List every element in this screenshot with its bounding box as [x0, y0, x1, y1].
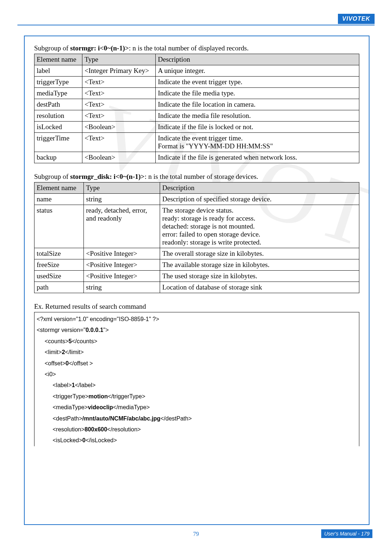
cell-name: isLocked: [34, 122, 82, 133]
cell-name: mediaType: [34, 88, 82, 99]
xml-line: <isLocked>0</isLocked>: [37, 435, 357, 446]
cell-desc: Indicate the file media type.: [156, 88, 359, 99]
table-row: backup<Boolean>Indicate if the file is g…: [34, 152, 359, 163]
cell-desc: Indicate the media file resolution.: [156, 110, 359, 122]
cell-name: usedSize: [34, 271, 84, 282]
table-row: label<Integer Primary Key>A unique integ…: [34, 65, 359, 77]
cell-name: status: [34, 205, 84, 248]
xml-value: 0: [82, 437, 86, 443]
xml-value: motion: [89, 393, 108, 399]
cell-name: resolution: [34, 110, 82, 122]
cell-type: string: [84, 194, 160, 205]
cell-type: <Positive Integer>: [84, 259, 160, 271]
cell-desc: The available storage size in kilobytes.: [160, 259, 359, 271]
xml-line: <offset>0</offset >: [37, 358, 357, 369]
caption-bold: stormgr_disk: i<0~(n-1)>: [70, 173, 144, 180]
caption-suffix: : n is the total number of storage devic…: [144, 173, 258, 180]
cell-desc: Description of specified storage device.: [160, 194, 359, 205]
xml-tag: </destPath>: [160, 415, 192, 422]
cell-type: <Boolean>: [82, 152, 156, 163]
table-row: totalSize<Positive Integer>The overall s…: [34, 248, 359, 259]
cell-name: path: [34, 282, 84, 293]
xml-line: <limit>2</limit>: [37, 347, 357, 358]
cell-desc: Indicate the file location in camera.: [156, 99, 359, 110]
xml-line: <stormgr version="0.0.0.1">: [37, 325, 357, 336]
xml-example: <?xml version="1.0" encoding="ISO-8859-1…: [34, 312, 359, 446]
cell-type: <Integer Primary Key>: [82, 65, 156, 77]
brand-label: VIVOTEK: [338, 14, 375, 24]
xml-value: 800x600: [85, 426, 107, 432]
table2-caption: Subgroup of stormgr_disk: i<0~(n-1)>: n …: [34, 173, 359, 181]
cell-type: <Boolean>: [82, 122, 156, 133]
table-row: resolution<Text>Indicate the media file …: [34, 110, 359, 122]
xml-value: /mnt/auto/NCMF/abc/abc.jpg: [82, 415, 160, 422]
xml-tag: <destPath>: [53, 415, 82, 422]
xml-tag: <stormgr version=": [37, 327, 86, 333]
page: VIVOTEK VIVOTEK Subgroup of stormgr: i<0…: [0, 0, 392, 554]
cell-type: <Text>: [82, 88, 156, 99]
cell-name: totalSize: [34, 248, 84, 259]
xml-tag: <offset>: [45, 360, 66, 366]
xml-tag: </offset >: [69, 360, 93, 366]
xml-tag: </mediaType>: [113, 404, 150, 410]
xml-tag: <resolution>: [53, 426, 85, 432]
xml-line: <resolution>800x600</resolution>: [37, 424, 357, 435]
xml-tag: </triggerType>: [108, 393, 145, 399]
xml-tag: </label>: [75, 382, 95, 388]
col-element-name: Element name: [34, 54, 82, 65]
xml-tag: <counts>: [45, 338, 69, 344]
xml-tag: <isLocked>: [53, 437, 82, 443]
table-row: isLocked<Boolean>Indicate if the file is…: [34, 122, 359, 133]
table-row: triggerType<Text>Indicate the event trig…: [34, 77, 359, 88]
caption-prefix: Subgroup of: [34, 44, 70, 52]
table-row: freeSize<Positive Integer>The available …: [34, 259, 359, 271]
xml-line: <triggerType>motion</triggerType>: [37, 391, 357, 402]
cell-type: <Positive Integer>: [84, 248, 160, 259]
col-description: Description: [156, 54, 359, 65]
cell-desc: The storage device status. ready: storag…: [160, 205, 359, 248]
cell-name: triggerType: [34, 77, 82, 88]
table-row: namestringDescription of specified stora…: [34, 194, 359, 205]
cell-desc: The overall storage size in kilobytes.: [160, 248, 359, 259]
cell-name: label: [34, 65, 82, 77]
cell-name: name: [34, 194, 84, 205]
cell-type: <Text>: [82, 99, 156, 110]
col-description: Description: [160, 182, 359, 194]
xml-tag: <limit>: [45, 349, 62, 355]
xml-line: <counts>5</counts>: [37, 336, 357, 347]
xml-line: <mediaType>videoclip</mediaType>: [37, 402, 357, 413]
xml-line: <i0>: [37, 369, 357, 380]
xml-tag: </counts>: [72, 338, 97, 344]
cell-type: <Positive Integer>: [84, 271, 160, 282]
xml-tag: <mediaType>: [53, 404, 88, 410]
cell-desc: Indicate the event trigger type.: [156, 77, 359, 88]
xml-tag: <label>: [53, 382, 72, 388]
cell-name: triggerTime: [34, 133, 82, 152]
cell-desc: Indicate if the file is generated when n…: [156, 152, 359, 163]
xml-tag: ">: [103, 327, 109, 333]
table-row: pathstringLocation of database of storag…: [34, 282, 359, 293]
table-row: statusready, detached, error, and readon…: [34, 205, 359, 248]
cell-name: backup: [34, 152, 82, 163]
xml-value: 2: [62, 349, 65, 355]
col-type: Type: [84, 182, 160, 194]
xml-value: 5: [69, 338, 72, 344]
table-stormgr: Element name Type Description label<Inte…: [34, 54, 359, 163]
caption-prefix: Subgroup of: [34, 173, 70, 180]
caption-suffix: : n is the total number of displayed rec…: [129, 44, 249, 52]
table-row: mediaType<Text>Indicate the file media t…: [34, 88, 359, 99]
cell-name: destPath: [34, 99, 82, 110]
cell-name: freeSize: [34, 259, 84, 271]
example-caption: Ex. Returned results of search command: [34, 303, 359, 311]
cell-desc: Location of database of storage sink: [160, 282, 359, 293]
table1-caption: Subgroup of stormgr: i<0~(n-1)>: n is th…: [34, 44, 359, 52]
table-header-row: Element name Type Description: [34, 182, 359, 194]
header-rule: [17, 25, 375, 25]
cell-type: string: [84, 282, 160, 293]
footer-right: User's Manual - 179: [321, 529, 372, 538]
cell-desc: A unique integer.: [156, 65, 359, 77]
cell-desc: Indicate if the file is locked or not.: [156, 122, 359, 133]
xml-tag: </resolution>: [107, 426, 141, 432]
cell-type: <Text>: [82, 110, 156, 122]
table-row: usedSize<Positive Integer>The used stora…: [34, 271, 359, 282]
